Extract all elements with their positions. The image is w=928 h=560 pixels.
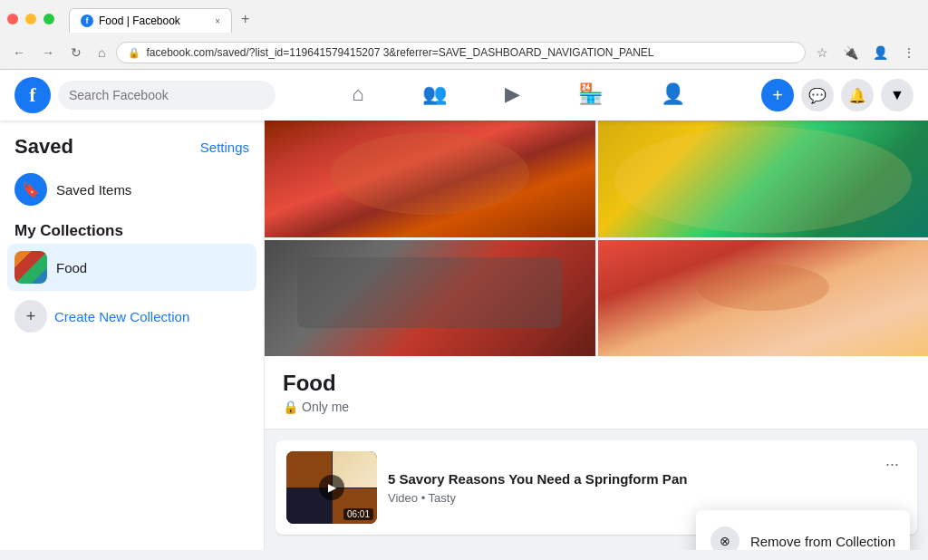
food-collection-thumbnail bbox=[14, 251, 47, 284]
sidebar-title: Saved bbox=[14, 135, 73, 159]
facebook-header: f ⌂ 👥 ▶ 🏪 👤 + 💬 🔔 ▼ bbox=[0, 70, 928, 121]
messenger-button[interactable]: 💬 bbox=[801, 79, 834, 111]
item-info: 5 Savory Reasons You Need a Springform P… bbox=[388, 470, 867, 506]
tab-bar: f Food | Facebook × + bbox=[62, 5, 266, 33]
item-source: Tasty bbox=[429, 491, 456, 505]
food-collection-nav[interactable]: Food bbox=[7, 244, 256, 291]
my-collections-label: My Collections bbox=[7, 215, 256, 244]
nav-icons: ☆ 🔌 👤 ⋮ bbox=[811, 42, 921, 63]
saved-items-icon: 🔖 bbox=[14, 173, 47, 206]
video-duration: 06:01 bbox=[343, 508, 373, 520]
search-input[interactable] bbox=[58, 81, 276, 110]
nav-watch[interactable]: ▶ bbox=[478, 70, 547, 121]
tab-title: Food | Facebook bbox=[99, 14, 209, 27]
notifications-button[interactable]: 🔔 bbox=[841, 79, 874, 111]
content-area: Food 🔒 Only me ▶ 06 bbox=[265, 121, 928, 550]
collection-photo-grid bbox=[265, 121, 928, 356]
new-tab-button[interactable]: + bbox=[232, 5, 258, 33]
url-bar[interactable]: 🔒 facebook.com/saved/?list_id=1196415794… bbox=[116, 42, 806, 63]
profile-button[interactable]: 👤 bbox=[867, 42, 894, 63]
close-button[interactable]: × bbox=[7, 14, 18, 24]
browser-chrome: × − □ f Food | Facebook × + ← → ↻ ⌂ 🔒 fa… bbox=[0, 0, 928, 70]
privacy-label: Only me bbox=[302, 400, 349, 414]
nav-marketplace[interactable]: 🏪 bbox=[551, 70, 630, 121]
sidebar-header: Saved Settings bbox=[7, 131, 256, 166]
settings-link[interactable]: Settings bbox=[200, 140, 249, 155]
item-title: 5 Savory Reasons You Need a Springform P… bbox=[388, 470, 867, 488]
collection-title: Food bbox=[283, 371, 349, 396]
star-button[interactable]: ☆ bbox=[811, 42, 834, 63]
extension-button[interactable]: 🔌 bbox=[837, 42, 864, 63]
menu-button[interactable]: ⋮ bbox=[897, 42, 921, 63]
saved-items-label: Saved Items bbox=[56, 182, 131, 198]
photo-1 bbox=[265, 121, 595, 237]
item-type: Video bbox=[388, 491, 418, 505]
home-icon: ⌂ bbox=[352, 82, 363, 106]
create-collection-icon: + bbox=[14, 300, 47, 333]
item-meta: Video • Tasty bbox=[388, 491, 867, 505]
nav-home[interactable]: ⌂ bbox=[324, 70, 391, 121]
collection-privacy: 🔒 Only me bbox=[283, 400, 349, 414]
browser-controls: × − □ bbox=[7, 14, 54, 24]
maximize-button[interactable]: □ bbox=[44, 14, 54, 24]
collection-info: Food 🔒 Only me bbox=[265, 356, 928, 430]
photo-4 bbox=[598, 240, 929, 357]
play-icon: ▶ bbox=[319, 475, 344, 500]
create-collection-label: Create New Collection bbox=[54, 309, 189, 324]
remove-icon: ⊗ bbox=[710, 526, 740, 550]
saved-items-nav[interactable]: 🔖 Saved Items bbox=[7, 166, 256, 213]
tab-favicon: f bbox=[81, 14, 93, 27]
tab-close-icon[interactable]: × bbox=[215, 16, 220, 26]
main-layout: Saved Settings 🔖 Saved Items My Collecti… bbox=[0, 121, 928, 550]
groups-icon: 👤 bbox=[661, 82, 685, 106]
facebook-logo[interactable]: f bbox=[14, 77, 51, 113]
collection-details: Food 🔒 Only me bbox=[283, 371, 349, 414]
url-text: facebook.com/saved/?list_id=119641579415… bbox=[146, 46, 653, 59]
nav-groups[interactable]: 👤 bbox=[633, 70, 712, 121]
header-right: + 💬 🔔 ▼ bbox=[761, 79, 914, 111]
watch-icon: ▶ bbox=[505, 82, 520, 106]
item-separator: • bbox=[421, 491, 429, 505]
home-button[interactable]: ⌂ bbox=[92, 42, 111, 63]
address-bar: ← → ↻ ⌂ 🔒 facebook.com/saved/?list_id=11… bbox=[0, 38, 928, 69]
remove-label: Remove from Collection bbox=[750, 534, 895, 549]
photo-3 bbox=[265, 240, 595, 357]
forward-button[interactable]: → bbox=[36, 42, 60, 63]
sidebar: Saved Settings 🔖 Saved Items My Collecti… bbox=[0, 121, 265, 550]
nav-friends[interactable]: 👥 bbox=[395, 70, 474, 121]
refresh-button[interactable]: ↻ bbox=[65, 42, 87, 63]
create-collection-button[interactable]: + Create New Collection bbox=[7, 293, 256, 340]
minimize-button[interactable]: − bbox=[25, 14, 36, 24]
add-button[interactable]: + bbox=[761, 79, 794, 111]
dropdown-menu: ⊗ Remove from Collection ↗ Share bbox=[696, 510, 910, 550]
account-button[interactable]: ▼ bbox=[881, 79, 914, 111]
main-nav: ⌂ 👥 ▶ 🏪 👤 bbox=[324, 70, 711, 121]
remove-from-collection-option[interactable]: ⊗ Remove from Collection bbox=[696, 517, 910, 550]
item-more-button[interactable]: ··· bbox=[878, 451, 906, 478]
marketplace-icon: 🏪 bbox=[578, 82, 603, 106]
video-thumbnail: ▶ 06:01 bbox=[286, 451, 377, 524]
lock-icon: 🔒 bbox=[283, 400, 298, 414]
food-collection-label: Food bbox=[56, 260, 87, 275]
friends-icon: 👥 bbox=[422, 82, 447, 106]
active-tab[interactable]: f Food | Facebook × bbox=[69, 8, 232, 33]
lock-icon: 🔒 bbox=[128, 47, 140, 59]
back-button[interactable]: ← bbox=[7, 42, 31, 63]
photo-2 bbox=[598, 121, 929, 237]
browser-titlebar: × − □ f Food | Facebook × + bbox=[0, 0, 928, 38]
content-wrapper: Food 🔒 Only me ▶ 06 bbox=[265, 121, 928, 535]
